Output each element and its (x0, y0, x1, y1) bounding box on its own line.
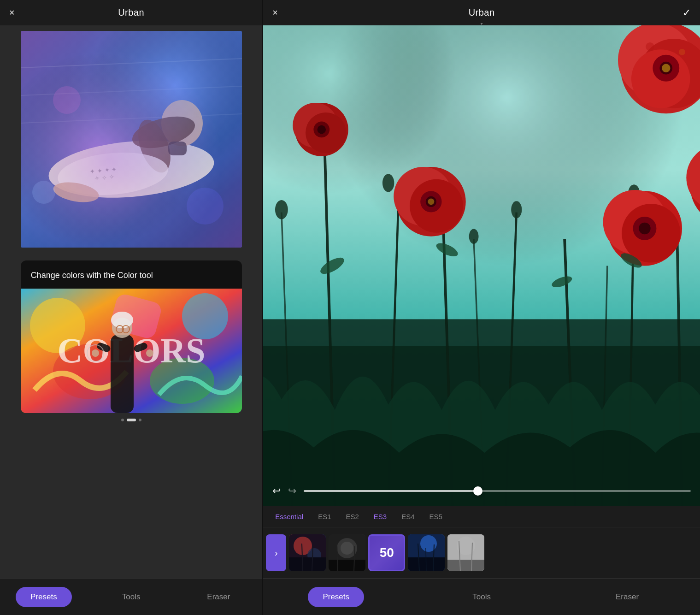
right-header: × Urban ✓ ˅ (263, 0, 700, 25)
left-main-image: ✦ ✦ ✦ ✦ ✧ ✧ ✧ (21, 31, 242, 248)
thumb-es2-image (329, 534, 365, 571)
tab-es3[interactable]: ES3 (366, 506, 394, 527)
svg-rect-1 (21, 31, 242, 248)
slider-area: ↩ ↪ (272, 485, 691, 497)
svg-text:✧ ✧ ✧: ✧ ✧ ✧ (94, 173, 114, 182)
scroll-indicator (121, 419, 141, 421)
svg-point-101 (341, 542, 353, 555)
svg-point-18 (32, 181, 55, 204)
redo-button[interactable]: ↪ (288, 485, 296, 497)
right-tools-button[interactable]: Tools (409, 579, 554, 615)
scroll-dot-1[interactable] (121, 419, 124, 421)
tab-es1[interactable]: ES1 (311, 506, 338, 527)
preset-thumbnails: › 50 (263, 527, 700, 578)
preset-tabs: Essential ES1 ES2 ES3 ES4 ES5 (263, 506, 700, 527)
preset-thumb-es3-number: 50 (370, 536, 404, 570)
svg-rect-14 (168, 142, 187, 155)
right-presets-button[interactable]: Presets (263, 579, 409, 615)
left-title: Urban (118, 7, 144, 18)
left-panel: × Urban (0, 0, 262, 615)
scroll-dot-3[interactable] (139, 419, 141, 421)
left-presets-button[interactable]: Presets (0, 579, 88, 615)
svg-point-7 (46, 135, 216, 204)
left-tools-button[interactable]: Tools (88, 579, 175, 615)
left-bottom-toolbar: Presets Tools Eraser (0, 578, 262, 615)
svg-point-11 (56, 148, 170, 200)
preset-thumb-es3[interactable]: 50 (368, 534, 405, 571)
preset-arrow-button[interactable]: › (266, 534, 286, 571)
svg-point-8 (161, 100, 203, 146)
svg-line-111 (426, 548, 426, 571)
tab-essential[interactable]: Essential (268, 506, 311, 527)
tab-es5[interactable]: ES5 (422, 506, 450, 527)
svg-point-9 (129, 111, 198, 154)
left-eraser-button[interactable]: Eraser (175, 579, 263, 615)
thumb-es1-image (289, 534, 326, 571)
colors-svg: COLORS (21, 289, 242, 413)
svg-text:✦ ✦ ✦ ✦: ✦ ✦ ✦ ✦ (89, 166, 117, 175)
thumb-es5-image (447, 534, 484, 571)
thumb-es4-image (408, 534, 445, 571)
right-check-button[interactable]: ✓ (682, 7, 691, 19)
svg-rect-95 (289, 557, 326, 571)
undo-button[interactable]: ↩ (272, 485, 281, 497)
info-card-image: COLORS (21, 289, 242, 413)
left-image-svg: ✦ ✦ ✦ ✦ ✧ ✧ ✧ (21, 31, 242, 248)
poppy-image-svg (263, 25, 700, 506)
right-eraser-button[interactable]: Eraser (554, 579, 700, 615)
svg-point-16 (53, 86, 81, 114)
svg-point-10 (132, 115, 176, 177)
right-bottom-toolbar: Presets Tools Eraser (263, 578, 700, 615)
svg-rect-102 (329, 560, 365, 571)
svg-rect-0 (21, 31, 242, 248)
tab-es2[interactable]: ES2 (338, 506, 366, 527)
svg-point-34 (92, 349, 99, 357)
slider-fill (304, 490, 478, 492)
svg-line-5 (21, 86, 242, 95)
svg-point-15 (52, 179, 100, 206)
preset-thumb-es1[interactable] (289, 534, 326, 571)
svg-rect-3 (21, 31, 242, 248)
slider-thumb[interactable] (473, 486, 482, 496)
right-main-image (263, 25, 700, 506)
scroll-dot-2[interactable] (127, 419, 136, 421)
svg-point-17 (187, 188, 224, 225)
svg-rect-26 (111, 335, 134, 413)
left-close-button[interactable]: × (9, 7, 15, 18)
right-close-button[interactable]: × (272, 7, 278, 18)
info-card-text: Change colors with the Color tool (21, 260, 242, 289)
svg-rect-115 (447, 560, 484, 571)
left-main-image-container: ✦ ✦ ✦ ✦ ✧ ✧ ✧ (21, 31, 242, 248)
preset-thumb-es4[interactable] (408, 534, 445, 571)
chevron-right-icon: › (275, 548, 278, 558)
right-title: Urban (469, 7, 495, 18)
svg-point-35 (146, 349, 153, 357)
svg-rect-2 (21, 31, 242, 248)
right-image-area: ↩ ↪ (263, 25, 700, 506)
left-header: × Urban (0, 0, 262, 25)
right-panel: × Urban ✓ ˅ (263, 0, 700, 615)
info-card: Change colors with the Color tool (21, 260, 242, 413)
preset-thumb-es2[interactable] (329, 534, 365, 571)
tab-es4[interactable]: ES4 (394, 506, 422, 527)
svg-line-4 (21, 59, 242, 68)
svg-rect-91 (263, 25, 700, 506)
preset-thumb-es5[interactable] (447, 534, 484, 571)
svg-line-6 (21, 114, 242, 123)
intensity-slider[interactable] (304, 490, 691, 492)
